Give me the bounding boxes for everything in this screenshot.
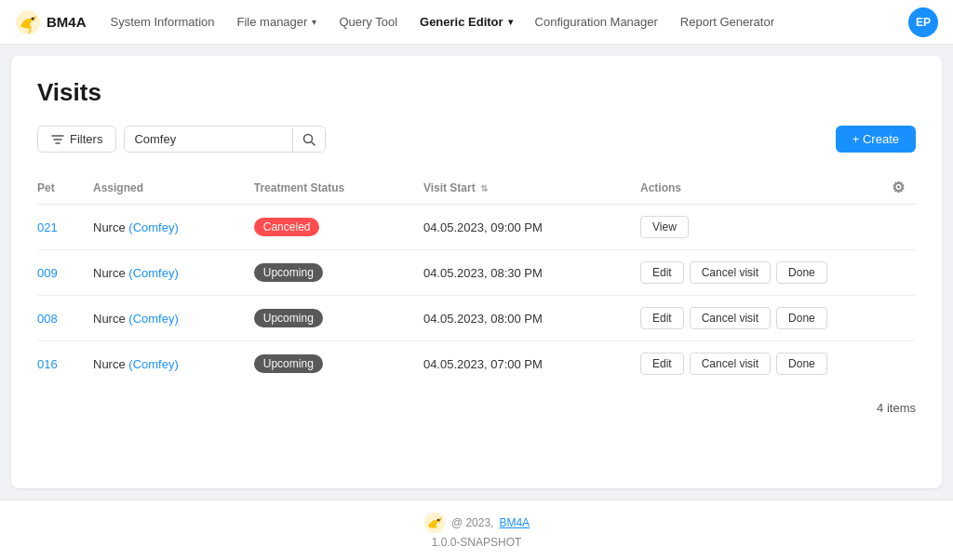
footer-version: 1.0.0-SNAPSHOT: [432, 536, 522, 549]
chevron-down-icon: ▾: [312, 17, 316, 27]
cancel-visit-button[interactable]: Cancel visit: [690, 353, 771, 375]
actions-cell: EditCancel visitDone: [640, 250, 882, 296]
pet-id-link[interactable]: 021: [37, 220, 58, 234]
status-cell: Canceled: [254, 205, 423, 250]
nav-generic-editor[interactable]: Generic Editor ▾: [410, 9, 522, 34]
svg-line-6: [312, 141, 315, 145]
pet-id-link[interactable]: 009: [37, 266, 58, 280]
visit-start-cell: 04.05.2023, 08:30 PM: [423, 250, 640, 296]
filters-button[interactable]: Filters: [37, 126, 116, 153]
done-button[interactable]: Done: [776, 307, 827, 329]
assigned-filter-link[interactable]: (Comfey): [128, 312, 178, 326]
col-header-visit-start: Visit Start ⇅: [423, 171, 640, 205]
cancel-visit-button[interactable]: Cancel visit: [690, 307, 771, 329]
search-icon: [302, 133, 315, 146]
nav-file-manager[interactable]: File manager ▾: [228, 9, 327, 34]
chevron-down-icon-2: ▾: [508, 17, 513, 27]
status-cell: Upcoming: [254, 341, 423, 387]
view-button[interactable]: View: [640, 216, 689, 238]
edit-button[interactable]: Edit: [640, 307, 684, 329]
col-header-pet: Pet: [37, 171, 93, 205]
assigned-cell: Nurce (Comfey): [93, 341, 254, 387]
page-title: Visits: [37, 78, 916, 107]
search-button[interactable]: [292, 127, 325, 152]
visit-start-cell: 04.05.2023, 07:00 PM: [423, 341, 640, 387]
actions-cell: EditCancel visitDone: [640, 296, 882, 341]
cancel-visit-button[interactable]: Cancel visit: [690, 261, 771, 284]
toolbar: Filters + Create: [37, 126, 916, 153]
filter-icon: [51, 133, 64, 146]
col-settings: ⚙: [882, 171, 916, 205]
col-header-actions: Actions: [640, 171, 882, 205]
main-content: Visits Filters + Create: [11, 56, 942, 488]
pet-id-link[interactable]: 016: [37, 357, 58, 371]
status-cell: Upcoming: [254, 250, 423, 296]
navbar: BM4A System Information File manager ▾ Q…: [0, 0, 953, 45]
footer-logo-icon: [423, 512, 446, 534]
edit-button[interactable]: Edit: [640, 261, 684, 284]
visits-table: Pet Assigned Treatment Status Visit Star…: [37, 171, 916, 419]
col-header-treatment-status: Treatment Status: [254, 171, 423, 205]
table-row: 016Nurce (Comfey)Upcoming04.05.2023, 07:…: [37, 341, 916, 387]
assigned-filter-link[interactable]: (Comfey): [128, 266, 178, 280]
assigned-filter-link[interactable]: (Comfey): [128, 357, 178, 371]
footer: @ 2023, BM4A 1.0.0-SNAPSHOT: [0, 500, 953, 560]
actions-cell: EditCancel visitDone: [640, 341, 882, 387]
create-button[interactable]: + Create: [836, 126, 916, 153]
table-row: 009Nurce (Comfey)Upcoming04.05.2023, 08:…: [37, 250, 916, 296]
col-header-assigned: Assigned: [93, 171, 254, 205]
avatar[interactable]: EP: [908, 7, 938, 37]
search-container: [124, 126, 326, 153]
pet-id-link[interactable]: 008: [37, 312, 58, 326]
status-cell: Upcoming: [254, 296, 423, 341]
status-badge: Upcoming: [254, 354, 323, 373]
assigned-cell: Nurce (Comfey): [93, 296, 254, 341]
visit-start-cell: 04.05.2023, 08:00 PM: [423, 296, 640, 341]
logo-icon: [15, 9, 41, 35]
assigned-cell: Nurce (Comfey): [93, 205, 254, 250]
status-badge: Upcoming: [254, 263, 323, 282]
status-badge: Upcoming: [254, 309, 323, 327]
nav-report-generator[interactable]: Report Generator: [671, 9, 784, 34]
edit-button[interactable]: Edit: [640, 353, 684, 375]
gear-icon[interactable]: ⚙: [892, 180, 905, 195]
nav-query-tool[interactable]: Query Tool: [329, 9, 407, 34]
status-badge: Canceled: [254, 218, 320, 236]
table-row: 008Nurce (Comfey)Upcoming04.05.2023, 08:…: [37, 296, 916, 341]
assigned-filter-link[interactable]: (Comfey): [128, 220, 178, 234]
footer-copyright: @ 2023,: [451, 516, 494, 529]
footer-brand-link[interactable]: BM4A: [499, 516, 530, 529]
actions-cell: View: [640, 205, 882, 250]
search-input[interactable]: [125, 127, 292, 152]
nav-configuration-manager[interactable]: Configuration Manager: [526, 9, 667, 34]
logo[interactable]: BM4A: [15, 9, 87, 35]
logo-text: BM4A: [47, 14, 87, 30]
items-count: 4 items: [37, 386, 916, 419]
nav-system-information[interactable]: System Information: [101, 9, 224, 34]
assigned-cell: Nurce (Comfey): [93, 250, 254, 296]
table-row: 021Nurce (Comfey)Canceled04.05.2023, 09:…: [37, 205, 916, 250]
done-button[interactable]: Done: [776, 353, 827, 375]
visit-start-cell: 04.05.2023, 09:00 PM: [423, 205, 640, 250]
svg-point-8: [437, 519, 439, 521]
sort-icon[interactable]: ⇅: [480, 183, 488, 193]
svg-point-1: [32, 17, 34, 20]
done-button[interactable]: Done: [776, 261, 827, 284]
